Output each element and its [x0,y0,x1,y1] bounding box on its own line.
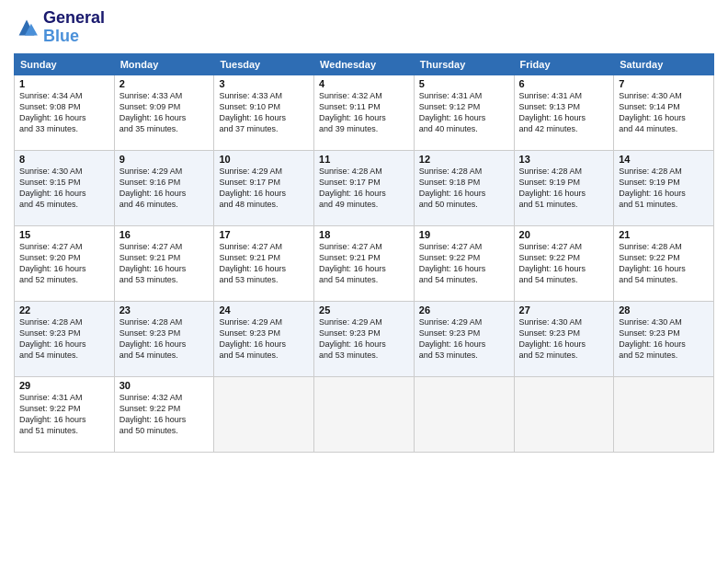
day-info: Sunrise: 4:28 AM Sunset: 9:19 PM Dayligh… [619,166,709,211]
calendar-cell: 21Sunrise: 4:28 AM Sunset: 9:22 PM Dayli… [614,225,714,301]
calendar-cell [314,376,415,452]
calendar-cell: 13Sunrise: 4:28 AM Sunset: 9:19 PM Dayli… [514,150,614,225]
day-info: Sunrise: 4:28 AM Sunset: 9:18 PM Dayligh… [419,166,509,211]
day-info: Sunrise: 4:30 AM Sunset: 9:14 PM Dayligh… [619,90,709,135]
day-number: 7 [619,78,709,89]
day-info: Sunrise: 4:33 AM Sunset: 9:10 PM Dayligh… [219,90,309,135]
day-info: Sunrise: 4:30 AM Sunset: 9:23 PM Dayligh… [619,316,709,362]
day-info: Sunrise: 4:28 AM Sunset: 9:17 PM Dayligh… [319,166,409,211]
col-header-saturday: Saturday [614,53,714,75]
calendar-cell: 22Sunrise: 4:28 AM Sunset: 9:23 PM Dayli… [15,301,115,376]
day-number: 25 [319,304,409,316]
calendar-cell: 2Sunrise: 4:33 AM Sunset: 9:09 PM Daylig… [114,75,214,150]
day-number: 14 [619,154,709,165]
day-number: 11 [319,154,409,165]
calendar-cell: 27Sunrise: 4:30 AM Sunset: 9:23 PM Dayli… [514,301,614,376]
day-info: Sunrise: 4:31 AM Sunset: 9:12 PM Dayligh… [419,90,509,135]
day-number: 15 [19,229,109,240]
calendar-cell: 3Sunrise: 4:33 AM Sunset: 9:10 PM Daylig… [214,75,314,150]
calendar-cell: 26Sunrise: 4:29 AM Sunset: 9:23 PM Dayli… [414,301,514,376]
day-number: 26 [419,304,509,316]
calendar-cell [514,376,614,452]
day-info: Sunrise: 4:29 AM Sunset: 9:23 PM Dayligh… [419,316,509,362]
day-info: Sunrise: 4:27 AM Sunset: 9:20 PM Dayligh… [19,241,109,286]
day-number: 8 [19,154,109,165]
day-info: Sunrise: 4:27 AM Sunset: 9:21 PM Dayligh… [119,241,210,286]
day-number: 17 [219,229,309,240]
day-number: 4 [319,78,409,89]
calendar-cell: 28Sunrise: 4:30 AM Sunset: 9:23 PM Dayli… [614,301,714,376]
day-number: 21 [619,229,709,240]
day-number: 29 [19,380,109,391]
day-info: Sunrise: 4:27 AM Sunset: 9:22 PM Dayligh… [419,241,509,286]
day-info: Sunrise: 4:28 AM Sunset: 9:23 PM Dayligh… [19,316,109,362]
day-number: 23 [119,304,210,316]
calendar-cell: 20Sunrise: 4:27 AM Sunset: 9:22 PM Dayli… [514,225,614,301]
day-number: 19 [419,229,509,240]
day-info: Sunrise: 4:29 AM Sunset: 9:23 PM Dayligh… [319,316,409,362]
calendar-cell: 14Sunrise: 4:28 AM Sunset: 9:19 PM Dayli… [614,150,714,225]
day-number: 10 [219,154,309,165]
calendar-cell: 1Sunrise: 4:34 AM Sunset: 9:08 PM Daylig… [15,75,115,150]
day-info: Sunrise: 4:29 AM Sunset: 9:17 PM Dayligh… [219,166,309,211]
calendar-cell: 7Sunrise: 4:30 AM Sunset: 9:14 PM Daylig… [614,75,714,150]
day-info: Sunrise: 4:32 AM Sunset: 9:22 PM Dayligh… [119,392,210,437]
day-info: Sunrise: 4:34 AM Sunset: 9:08 PM Dayligh… [19,90,109,135]
day-number: 16 [119,229,210,240]
calendar-cell: 16Sunrise: 4:27 AM Sunset: 9:21 PM Dayli… [114,225,214,301]
calendar-cell: 24Sunrise: 4:29 AM Sunset: 9:23 PM Dayli… [214,301,314,376]
calendar-cell: 10Sunrise: 4:29 AM Sunset: 9:17 PM Dayli… [214,150,314,225]
day-number: 5 [419,78,509,89]
page-header: GeneralBlue [14,9,714,46]
day-info: Sunrise: 4:28 AM Sunset: 9:19 PM Dayligh… [519,166,609,211]
calendar-cell: 4Sunrise: 4:32 AM Sunset: 9:11 PM Daylig… [314,75,415,150]
day-info: Sunrise: 4:33 AM Sunset: 9:09 PM Dayligh… [119,90,210,135]
col-header-monday: Monday [114,53,214,75]
calendar: SundayMondayTuesdayWednesdayThursdayFrid… [14,53,714,453]
day-info: Sunrise: 4:31 AM Sunset: 9:13 PM Dayligh… [519,90,609,135]
day-number: 18 [319,229,409,240]
day-number: 30 [119,380,210,391]
calendar-cell: 15Sunrise: 4:27 AM Sunset: 9:20 PM Dayli… [15,225,115,301]
day-info: Sunrise: 4:28 AM Sunset: 9:23 PM Dayligh… [119,316,210,362]
calendar-cell: 6Sunrise: 4:31 AM Sunset: 9:13 PM Daylig… [514,75,614,150]
day-info: Sunrise: 4:29 AM Sunset: 9:23 PM Dayligh… [219,316,309,362]
day-number: 2 [119,78,210,89]
day-number: 13 [519,154,609,165]
col-header-friday: Friday [514,53,614,75]
calendar-cell: 18Sunrise: 4:27 AM Sunset: 9:21 PM Dayli… [314,225,415,301]
day-number: 6 [519,78,609,89]
day-info: Sunrise: 4:27 AM Sunset: 9:21 PM Dayligh… [319,241,409,286]
col-header-thursday: Thursday [414,53,514,75]
calendar-cell [414,376,514,452]
col-header-wednesday: Wednesday [314,53,415,75]
calendar-cell: 30Sunrise: 4:32 AM Sunset: 9:22 PM Dayli… [114,376,214,452]
day-info: Sunrise: 4:30 AM Sunset: 9:23 PM Dayligh… [519,316,609,362]
calendar-cell: 8Sunrise: 4:30 AM Sunset: 9:15 PM Daylig… [15,150,115,225]
calendar-cell [614,376,714,452]
calendar-cell: 19Sunrise: 4:27 AM Sunset: 9:22 PM Dayli… [414,225,514,301]
calendar-cell [214,376,314,452]
calendar-cell: 17Sunrise: 4:27 AM Sunset: 9:21 PM Dayli… [214,225,314,301]
day-info: Sunrise: 4:31 AM Sunset: 9:22 PM Dayligh… [19,392,109,437]
day-number: 22 [19,304,109,316]
calendar-cell: 5Sunrise: 4:31 AM Sunset: 9:12 PM Daylig… [414,75,514,150]
day-info: Sunrise: 4:28 AM Sunset: 9:22 PM Dayligh… [619,241,709,286]
day-info: Sunrise: 4:32 AM Sunset: 9:11 PM Dayligh… [319,90,409,135]
logo-text: GeneralBlue [43,9,105,46]
day-number: 20 [519,229,609,240]
col-header-tuesday: Tuesday [214,53,314,75]
day-info: Sunrise: 4:29 AM Sunset: 9:16 PM Dayligh… [119,166,210,211]
day-info: Sunrise: 4:30 AM Sunset: 9:15 PM Dayligh… [19,166,109,211]
day-info: Sunrise: 4:27 AM Sunset: 9:21 PM Dayligh… [219,241,309,286]
day-info: Sunrise: 4:27 AM Sunset: 9:22 PM Dayligh… [519,241,609,286]
calendar-cell: 12Sunrise: 4:28 AM Sunset: 9:18 PM Dayli… [414,150,514,225]
calendar-cell: 29Sunrise: 4:31 AM Sunset: 9:22 PM Dayli… [15,376,115,452]
col-header-sunday: Sunday [15,53,115,75]
day-number: 12 [419,154,509,165]
day-number: 24 [219,304,309,316]
calendar-cell: 9Sunrise: 4:29 AM Sunset: 9:16 PM Daylig… [114,150,214,225]
calendar-cell: 11Sunrise: 4:28 AM Sunset: 9:17 PM Dayli… [314,150,415,225]
day-number: 28 [619,304,709,316]
calendar-cell: 23Sunrise: 4:28 AM Sunset: 9:23 PM Dayli… [114,301,214,376]
